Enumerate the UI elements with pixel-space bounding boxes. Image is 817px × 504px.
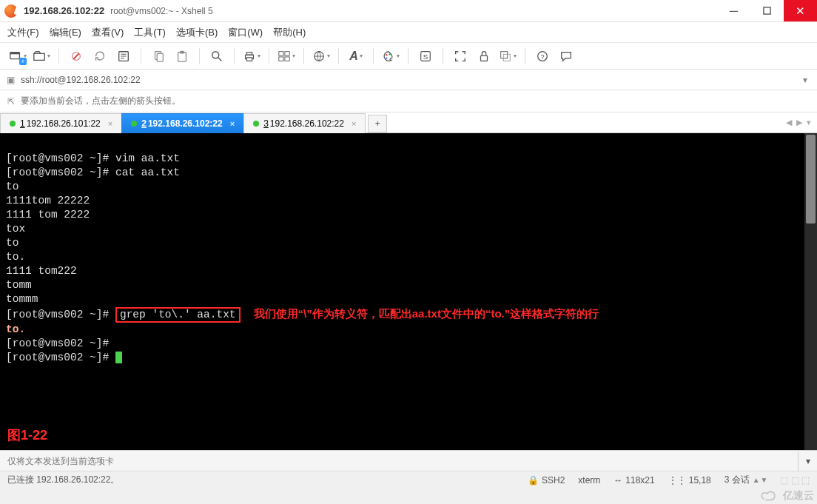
toolbar-separator [234, 48, 235, 64]
tab-close-icon[interactable]: × [108, 119, 112, 128]
paste-button[interactable] [172, 46, 192, 67]
toolbar-separator [525, 48, 525, 64]
maximize-button[interactable] [750, 0, 784, 21]
terminal[interactable]: [root@vms002 ~]# vim aa.txt [root@vms002… [0, 133, 817, 450]
script-button[interactable]: S [415, 46, 436, 67]
menubar: 文件(F) 编辑(E) 查看(V) 工具(T) 选项卡(B) 窗口(W) 帮助(… [0, 22, 817, 43]
term-line: [root@vms002 ~]# cat aa.txt [6, 167, 180, 178]
status-dot-icon [253, 121, 259, 127]
chat-button[interactable] [556, 46, 576, 67]
new-session-button[interactable]: + ▾ [7, 46, 28, 67]
tab-close-icon[interactable]: × [230, 119, 235, 128]
status-term-type: xterm [578, 475, 600, 485]
toolbar: + ▾ ▾ ▾ ▾ ▾ A ▾ ▾ [0, 43, 817, 70]
term-line: [root@vms002 ~]# [6, 352, 115, 363]
toolbar-separator [338, 48, 339, 64]
reconnect-button[interactable] [90, 46, 110, 67]
toolbar-separator [269, 48, 269, 64]
lock-button[interactable] [474, 46, 494, 67]
grep-result: to. [6, 323, 25, 335]
svg-point-19 [389, 53, 391, 55]
svg-rect-6 [157, 53, 163, 61]
cursor-icon [115, 352, 122, 363]
svg-rect-24 [501, 51, 508, 58]
svg-point-20 [386, 57, 387, 58]
status-size: ↔ 118x21 [613, 475, 654, 485]
print-button[interactable]: ▾ [241, 46, 262, 67]
term-line: tommm [6, 293, 38, 305]
figure-label: 图1-22 [7, 429, 47, 443]
term-line: [root@vms002 ~]# [6, 337, 109, 349]
transparency-button[interactable]: ▾ [497, 46, 518, 67]
tab-menu-icon[interactable]: ▾ [807, 118, 811, 127]
titlebar: 192.168.26.102:22 root@vms002:~ - Xshell… [0, 0, 817, 22]
address-dropdown-icon[interactable]: ▾ [798, 75, 813, 85]
annotation-text: 我们使用“\”作为转义符，匹配出aa.txt文件中的“to.”这样格式字符的行 [254, 307, 599, 320]
hint-bar: ⇱ 要添加当前会话，点击左侧的箭头按钮。 [0, 90, 817, 112]
term-line: tox [6, 223, 25, 235]
scrollbar[interactable] [804, 133, 817, 450]
svg-rect-16 [285, 56, 289, 60]
send-bar: ▾ [0, 450, 817, 471]
encoding-button[interactable]: ▾ [311, 46, 332, 67]
font-button[interactable]: A ▾ [346, 46, 366, 67]
menu-edit[interactable]: 编辑(E) [50, 26, 81, 39]
find-button[interactable] [206, 46, 227, 67]
status-sessions: 3 会话 ▲ ▼ [724, 474, 767, 486]
close-button[interactable]: ✕ [784, 0, 817, 21]
open-session-button[interactable]: ▾ [31, 46, 52, 67]
tab-nav-arrows[interactable]: ◀ ▶ ▾ [786, 118, 811, 127]
title-ip: 192.168.26.102:22 [24, 5, 104, 16]
toolbar-separator [141, 48, 141, 64]
add-tab-button[interactable]: + [368, 115, 387, 132]
color-scheme-button[interactable]: ▾ [380, 46, 401, 67]
menu-window[interactable]: 窗口(W) [228, 26, 263, 39]
svg-rect-11 [246, 52, 252, 55]
menu-view[interactable]: 查看(V) [92, 26, 124, 39]
term-line: to. [6, 251, 25, 263]
svg-text:S: S [423, 52, 428, 60]
session-tab-1[interactable]: 1 192.168.26.101:22 × [0, 113, 122, 133]
menu-tools[interactable]: 工具(T) [134, 26, 166, 39]
copy-button[interactable] [148, 46, 169, 67]
status-connection: 已连接 192.168.26.102:22。 [7, 474, 514, 486]
scrollbar-thumb[interactable] [806, 135, 816, 224]
svg-rect-7 [178, 52, 186, 61]
tab-number: 2 [141, 118, 147, 129]
svg-rect-13 [279, 51, 283, 55]
session-tab-3[interactable]: 3 192.168.26.102:22 × [243, 113, 366, 133]
watermark: 亿速云 [759, 489, 814, 503]
svg-rect-8 [180, 50, 184, 53]
menu-help[interactable]: 帮助(H) [273, 26, 306, 39]
statusbar: 已连接 192.168.26.102:22。 🔒 SSH2 xterm ↔ 11… [0, 471, 817, 488]
toolbar-separator [58, 48, 59, 64]
fullscreen-button[interactable] [450, 46, 471, 67]
layout-button[interactable]: ▾ [276, 46, 297, 67]
minimize-button[interactable]: ─ [717, 0, 750, 21]
term-line: 1111 tom222 [6, 265, 77, 277]
send-input[interactable] [0, 456, 798, 466]
send-mode-dropdown[interactable]: ▾ [798, 451, 817, 471]
address-input[interactable] [21, 75, 798, 85]
toolbar-separator [373, 48, 374, 64]
tab-prev-icon[interactable]: ◀ [786, 118, 792, 127]
session-tab-2[interactable]: 2 192.168.26.102:22 × [121, 113, 244, 133]
svg-rect-25 [503, 54, 510, 61]
toolbar-separator [443, 48, 443, 64]
tab-close-icon[interactable]: × [352, 119, 356, 128]
app-icon [4, 4, 18, 18]
tab-label: 192.168.26.102:22 [148, 118, 223, 129]
term-line: to [6, 237, 19, 249]
session-add-icon[interactable]: ▣ [4, 75, 16, 85]
tab-next-icon[interactable]: ▶ [796, 118, 802, 127]
menu-tabs[interactable]: 选项卡(B) [176, 26, 218, 39]
properties-button[interactable] [113, 46, 134, 67]
cursor-pos-icon: ⋮⋮ [668, 475, 686, 485]
disconnect-button[interactable] [66, 46, 87, 67]
address-bar: ▣ ▾ [0, 70, 817, 90]
menu-file[interactable]: 文件(F) [7, 26, 39, 39]
highlighted-command: grep 'to\.' aa.txt [115, 307, 241, 323]
session-nav-icon[interactable]: ▲ ▼ [753, 476, 767, 484]
help-button[interactable]: ? [532, 46, 553, 67]
resize-icon: ↔ [613, 475, 622, 485]
